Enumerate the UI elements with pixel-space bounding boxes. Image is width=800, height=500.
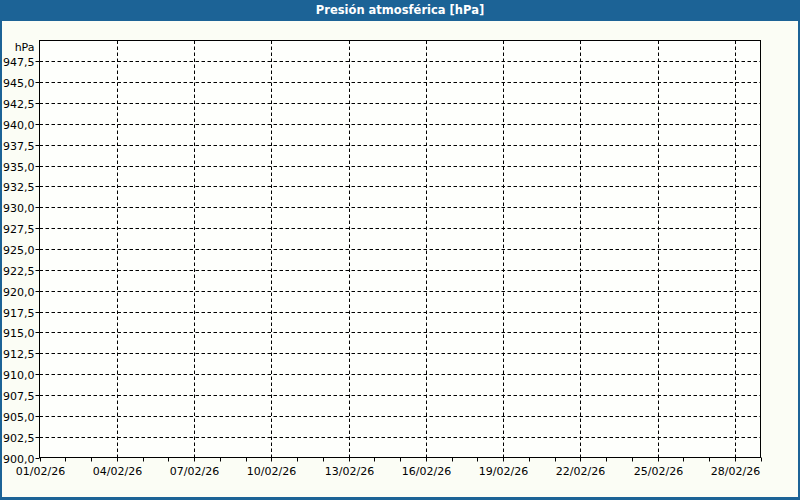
axis-tick-label: 917,5: [3, 307, 35, 320]
axis-tick-label: 905,0: [3, 411, 35, 424]
y-axis-unit-label: hPa: [15, 41, 35, 54]
axis-tick-label: 915,0: [3, 327, 35, 340]
axis-tick-label: 907,5: [3, 390, 35, 403]
axis-tick-label: 945,0: [3, 77, 35, 90]
axis-tick-label: 912,5: [3, 348, 35, 361]
axis-tick-label: 942,5: [3, 98, 35, 111]
chart-area: 947,5945,0942,5940,0937,5935,0932,5930,0…: [2, 21, 798, 497]
chart-title-bar: Presión atmosférica [hPa]: [0, 0, 800, 21]
axis-tick-label: 07/02/26: [170, 465, 219, 478]
axis-tick-label: 902,5: [3, 432, 35, 445]
axis-tick-label: 10/02/26: [247, 465, 296, 478]
chart-window: Presión atmosférica [hPa] 947,5945,0942,…: [0, 0, 800, 500]
axis-tick-label: 927,5: [3, 223, 35, 236]
axis-tick-label: 930,0: [3, 202, 35, 215]
axis-tick-label: 01/02/26: [16, 465, 65, 478]
axis-tick-label: 28/02/26: [711, 465, 760, 478]
axis-tick-label: 922,5: [3, 265, 35, 278]
chart-title: Presión atmosférica [hPa]: [316, 3, 484, 17]
axis-tick-label: 925,0: [3, 244, 35, 257]
axis-tick-label: 16/02/26: [402, 465, 451, 478]
axis-tick-label: 04/02/26: [93, 465, 142, 478]
axis-tick-label: 935,0: [3, 161, 35, 174]
axis-tick-label: 25/02/26: [634, 465, 683, 478]
axis-tick-label: 22/02/26: [556, 465, 605, 478]
axis-tick-label: 940,0: [3, 119, 35, 132]
axis-tick-label: 19/02/26: [479, 465, 528, 478]
axis-tick-label: 13/02/26: [325, 465, 374, 478]
axis-tick-label: 920,0: [3, 286, 35, 299]
axis-tick-label: 947,5: [3, 56, 35, 69]
axis-tick-label: 910,0: [3, 369, 35, 382]
pressure-chart-plot: 947,5945,0942,5940,0937,5935,0932,5930,0…: [2, 21, 798, 497]
axis-tick-label: 937,5: [3, 140, 35, 153]
axis-tick-label: 932,5: [3, 181, 35, 194]
